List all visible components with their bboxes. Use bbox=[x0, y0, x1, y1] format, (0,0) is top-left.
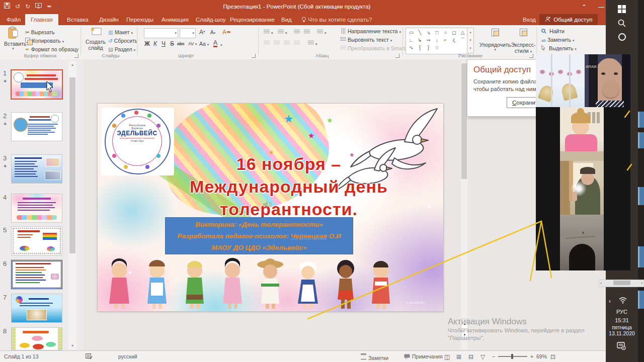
taskbar-time[interactable]: 15:31 bbox=[606, 317, 638, 323]
shape-left-brace-icon[interactable]: { bbox=[416, 44, 424, 51]
text-direction-button[interactable]: Направление текста ▾ bbox=[340, 28, 401, 34]
video-scrollbar-thumb[interactable] bbox=[613, 281, 630, 285]
columns-button[interactable]: ▾ bbox=[308, 40, 317, 46]
thumbnail-slide-2[interactable] bbox=[11, 112, 62, 141]
notes-toggle[interactable]: Заметки bbox=[361, 353, 388, 361]
tab-animations[interactable]: Анимация bbox=[156, 14, 194, 25]
italic-button[interactable]: К bbox=[153, 40, 157, 47]
shape-elbow-icon[interactable]: ∟ bbox=[407, 36, 416, 44]
replace-button[interactable]: abЗаменить ▾ bbox=[541, 37, 575, 43]
sign-in-button[interactable]: Вход bbox=[517, 14, 541, 25]
tab-review[interactable]: Рецензирование bbox=[224, 14, 280, 25]
justify-button[interactable] bbox=[294, 40, 300, 46]
thumbnail-slide-4[interactable] bbox=[11, 194, 62, 223]
quick-styles-button[interactable]: Экспресс- стили ▾ bbox=[510, 27, 536, 54]
hidden-icons-chevron[interactable]: ‹ bbox=[609, 298, 611, 305]
paragraph-dialog-launcher[interactable] bbox=[395, 54, 399, 58]
zoom-slider-thumb[interactable] bbox=[511, 354, 513, 359]
font-name-combo[interactable]: ▾ bbox=[144, 28, 178, 38]
shape-textbox-icon[interactable]: ▭ bbox=[407, 29, 416, 36]
clear-formatting-button[interactable]: A✒ bbox=[222, 29, 231, 36]
tab-design[interactable]: Дизайн bbox=[94, 14, 124, 25]
comments-toggle[interactable]: Примечания bbox=[404, 353, 443, 359]
align-right-button[interactable] bbox=[284, 40, 290, 46]
shape-rectangle-icon[interactable]: □ bbox=[433, 29, 441, 36]
video-participant-window[interactable] bbox=[560, 161, 604, 215]
slide-scrollbar-thumb[interactable] bbox=[461, 63, 467, 179]
align-left-button[interactable] bbox=[264, 40, 270, 46]
thumbnail-slide-3[interactable] bbox=[11, 154, 62, 184]
shape-elbow-arrow-icon[interactable]: ↳ bbox=[416, 36, 424, 44]
align-center-button[interactable] bbox=[274, 40, 280, 46]
spell-check-icon[interactable] bbox=[86, 353, 93, 360]
language-indicator[interactable]: русский bbox=[118, 353, 137, 359]
audio-speaker-icon[interactable] bbox=[262, 200, 272, 209]
shape-wave-icon[interactable]: ∿ bbox=[407, 44, 416, 51]
tab-transitions[interactable]: Переходы bbox=[121, 14, 159, 25]
view-slideshow-button[interactable]: ▽ bbox=[480, 353, 485, 360]
shape-rounded-rect-icon[interactable]: ◻ bbox=[450, 29, 458, 36]
shapes-gallery[interactable]: ▭╲↘□○◻△∟↳⇒↓⌐ς⌒∿{}☆ bbox=[406, 28, 469, 54]
shrink-font-button[interactable]: A▾ bbox=[210, 29, 215, 36]
change-case-button[interactable]: Aa ▾ bbox=[199, 41, 209, 47]
zoom-out-button[interactable]: − bbox=[492, 353, 495, 359]
thumb-scrollbar[interactable] bbox=[68, 68, 76, 342]
shape-scribble-icon[interactable]: ς bbox=[450, 36, 458, 44]
font-color-button[interactable]: A bbox=[213, 40, 217, 47]
find-button[interactable]: Найти bbox=[541, 28, 565, 34]
font-dialog-launcher[interactable] bbox=[252, 54, 256, 58]
shape-arrow-line-icon[interactable]: ↘ bbox=[424, 29, 433, 36]
convert-smartart-button[interactable]: Преобразовать в SmartArt ▾ bbox=[340, 45, 415, 51]
video-participant-woman[interactable]: ARAB bbox=[585, 54, 630, 107]
tab-view[interactable]: Вид bbox=[276, 14, 297, 25]
shape-corner-icon[interactable]: ⌐ bbox=[441, 36, 450, 44]
shape-star-icon[interactable]: ☆ bbox=[433, 44, 441, 51]
view-slide-sorter-button[interactable]: ⊞ bbox=[456, 353, 461, 360]
shape-down-arrow-icon[interactable]: ↓ bbox=[433, 36, 441, 44]
shape-triangle-icon[interactable]: △ bbox=[458, 29, 467, 36]
thumb-scrollbar-thumb[interactable] bbox=[69, 77, 75, 253]
thumb-scroll-up-button[interactable]: ▴ bbox=[68, 61, 76, 68]
shape-line-icon[interactable]: ╲ bbox=[416, 29, 424, 36]
align-text-button[interactable]: Выровнять текст ▾ bbox=[340, 37, 392, 43]
view-normal-button[interactable]: ◫ bbox=[444, 353, 450, 360]
shapes-scroll-up-icon[interactable]: ▴ bbox=[467, 28, 473, 36]
video-scroll-right-icon[interactable]: › bbox=[641, 280, 642, 286]
action-center-icon[interactable] bbox=[617, 342, 626, 352]
video-scroll-left-icon[interactable]: ‹ bbox=[600, 280, 602, 286]
taskbar-weekday[interactable]: пятница bbox=[606, 324, 638, 330]
slide-title[interactable]: 16 ноября – Международный день толерантн… bbox=[148, 153, 430, 221]
clipboard-dialog-launcher[interactable] bbox=[74, 54, 78, 58]
character-spacing-button[interactable]: AV ▾ bbox=[188, 41, 197, 46]
shape-right-arrow-icon[interactable]: ⇒ bbox=[424, 36, 433, 44]
decrease-indent-button[interactable] bbox=[294, 29, 300, 35]
shape-right-brace-icon[interactable]: } bbox=[424, 44, 433, 51]
numbering-button[interactable]: ▾ bbox=[278, 29, 287, 35]
thumbnail-slide-5[interactable] bbox=[11, 226, 62, 255]
tab-insert[interactable]: Вставка bbox=[61, 14, 94, 25]
shape-oval-icon[interactable]: ○ bbox=[441, 29, 450, 36]
increase-indent-button[interactable] bbox=[304, 29, 310, 35]
drawing-dialog-launcher[interactable] bbox=[529, 54, 533, 58]
thumbnail-slide-1[interactable] bbox=[11, 69, 63, 100]
windows-start-icon[interactable] bbox=[618, 5, 626, 15]
video-strip-scrollbar[interactable]: ‹ › bbox=[599, 280, 644, 287]
underline-button[interactable]: Ч bbox=[162, 40, 166, 47]
shapes-scroll[interactable]: ▴ ▾ ▾ bbox=[467, 28, 474, 53]
taskbar-search-icon[interactable] bbox=[618, 19, 626, 29]
view-reading-button[interactable]: ⊟ bbox=[468, 353, 473, 360]
select-button[interactable]: Выделить ▾ bbox=[541, 45, 577, 51]
slide-canvas[interactable]: ★ ★ ★ ★ ★ ✦ ✦ ✦ ✦ Республика Бурятия ЭДЕ… bbox=[97, 103, 444, 312]
new-slide-button[interactable]: Создать слайд bbox=[85, 27, 107, 51]
arrange-button[interactable]: Упорядочить ▾ bbox=[477, 27, 513, 52]
paste-button[interactable]: Вставить ▾ bbox=[4, 27, 22, 51]
ribbon-display-options-button[interactable]: ⌃ bbox=[576, 0, 593, 14]
taskbar-language[interactable]: РУС bbox=[606, 309, 638, 315]
strikethrough-abc-icon[interactable]: abc bbox=[177, 41, 185, 46]
video-participant-curtain[interactable] bbox=[536, 54, 585, 107]
tab-home[interactable]: Главная bbox=[25, 14, 58, 25]
grow-font-button[interactable]: A▴ bbox=[199, 29, 205, 36]
slide-caption-box[interactable]: Викторина: «День толерантности» Разработ… bbox=[165, 217, 353, 254]
bold-button[interactable]: Ж bbox=[144, 40, 150, 47]
font-color-caret[interactable]: ▾ bbox=[220, 41, 222, 48]
